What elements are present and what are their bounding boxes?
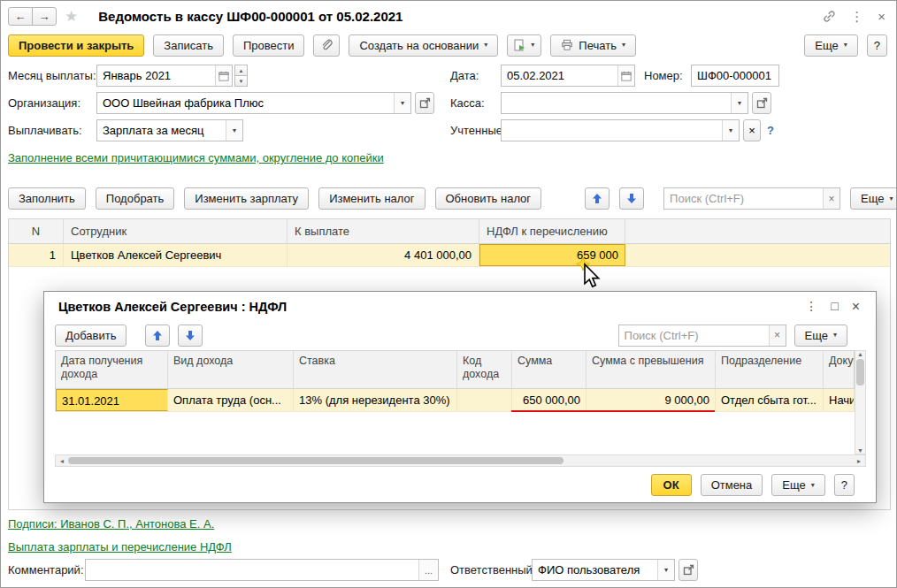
cashdesk-open-button[interactable]	[752, 92, 771, 114]
dialog-move-down-button[interactable]	[178, 325, 203, 347]
print-label: Печать	[579, 39, 617, 52]
change-tax-button[interactable]: Изменить налог	[318, 187, 425, 210]
document-cell[interactable]: Начис...	[824, 389, 854, 411]
dropdown-icon[interactable]: ▾	[722, 120, 739, 141]
rate-cell[interactable]: 13% (для нерезидента 30%)	[294, 389, 457, 411]
payment-ndfl-link[interactable]: Выплата зарплаты и перечисление НДФЛ	[8, 538, 232, 555]
dropdown-icon[interactable]: ▾	[394, 93, 410, 113]
print-button[interactable]: Печать ▾	[550, 34, 636, 57]
get-link-icon[interactable]	[823, 10, 836, 23]
organization-open-button[interactable]	[415, 92, 434, 114]
income-date-cell[interactable]: 31.01.2021	[56, 389, 168, 411]
ndfl-table-row[interactable]: 31.01.2021 Оплата труда (осн... 13% (для…	[55, 389, 855, 412]
comment-input[interactable]	[86, 560, 418, 580]
post-button[interactable]: Провести	[233, 34, 305, 57]
back-button[interactable]: ←	[8, 7, 33, 26]
dialog-search-input[interactable]	[619, 325, 769, 346]
cancel-button[interactable]: Отмена	[701, 474, 763, 496]
post-and-close-button[interactable]: Провести и закрыть	[8, 34, 144, 57]
col-header-income-date[interactable]: Дата получения дохода	[56, 351, 168, 388]
scroll-left-icon[interactable]: ◂	[56, 457, 68, 465]
employee-cell[interactable]: Цветков Алексей Сергеевич	[64, 244, 288, 266]
move-up-button[interactable]	[585, 187, 610, 210]
col-header-rate[interactable]: Ставка	[294, 351, 457, 388]
vertical-scrollbar[interactable]: ▲ ▼	[855, 350, 866, 454]
date-input[interactable]	[502, 65, 617, 86]
help-button[interactable]: ?	[867, 34, 887, 57]
dialog-more-button[interactable]: Еще ▾	[794, 325, 847, 347]
excess-sum-cell[interactable]: 9 000,00	[586, 389, 716, 411]
cashdesk-combo-input[interactable]	[502, 93, 731, 113]
col-header-employee[interactable]: Сотрудник	[64, 219, 288, 243]
col-header-n[interactable]: N	[9, 219, 64, 243]
payout-cell[interactable]: 4 401 000,00	[288, 244, 479, 266]
favorite-star-icon[interactable]: ★	[65, 7, 78, 26]
dropdown-icon[interactable]: ▾	[657, 560, 674, 580]
add-button[interactable]: Добавить	[55, 325, 126, 347]
pick-button[interactable]: Подобрать	[96, 187, 174, 210]
grid-search-input[interactable]	[664, 188, 823, 209]
col-header-income-type[interactable]: Вид дохода	[168, 351, 294, 388]
department-cell[interactable]: Отдел сбыта гот...	[716, 389, 824, 411]
ok-button[interactable]: ОК	[651, 474, 692, 496]
sum-cell[interactable]: 650 000,00	[512, 389, 586, 411]
attachments-button[interactable]	[313, 34, 340, 57]
more-button[interactable]: Еще ▾	[804, 34, 857, 57]
col-header-payout[interactable]: К выплате	[288, 219, 479, 243]
fill-button[interactable]: Заполнить	[8, 187, 86, 210]
scroll-up-icon[interactable]: ▲	[857, 351, 863, 357]
create-on-basis-button[interactable]: Создать на основании ▾	[349, 34, 498, 57]
organization-combo-input[interactable]	[97, 93, 394, 113]
responsible-open-button[interactable]	[678, 559, 698, 581]
dialog-close-icon[interactable]: ×	[852, 299, 860, 315]
window-menu-icon[interactable]: ⋮	[850, 10, 863, 23]
pay-combo-input[interactable]	[97, 120, 226, 141]
dialog-search-clear-button[interactable]: ×	[769, 325, 786, 346]
based-on-report-button[interactable]: ▾	[507, 34, 541, 57]
calendar-icon[interactable]	[215, 65, 232, 86]
fill-rounding-link[interactable]: Заполнение всеми причитающимися суммами,…	[8, 149, 450, 166]
horizontal-scrollbar[interactable]: ◂ ▸	[55, 454, 866, 467]
col-header-ndfl[interactable]: НДФЛ к перечислению	[479, 219, 625, 243]
close-window-icon[interactable]: ×	[878, 10, 886, 23]
col-header-sum[interactable]: Сумма	[512, 351, 586, 388]
write-button[interactable]: Записать	[153, 34, 224, 57]
table-row[interactable]: 1 Цветков Алексей Сергеевич 4 401 000,00…	[9, 244, 890, 267]
grid-search-clear-button[interactable]: ×	[823, 188, 840, 209]
calendar-icon[interactable]	[617, 65, 634, 86]
row-number-cell[interactable]: 1	[9, 244, 64, 266]
dialog-menu-icon[interactable]: ⋮	[805, 299, 817, 315]
accounted-help-link[interactable]: ?	[767, 119, 774, 141]
signatures-link[interactable]: Подписи: Иванов С. П., Антонова Е. А.	[8, 515, 214, 532]
horizontal-scrollbar-thumb[interactable]	[68, 457, 564, 464]
accounted-combo-input[interactable]	[502, 120, 722, 141]
dialog-help-button[interactable]: ?	[834, 474, 855, 496]
grid-more-button[interactable]: Еще ▾	[850, 187, 897, 210]
dialog-footer-more-button[interactable]: Еще ▾	[771, 474, 824, 496]
income-type-cell[interactable]: Оплата труда (осн...	[168, 389, 294, 411]
col-header-document[interactable]: Докум...	[824, 351, 854, 388]
month-input[interactable]	[97, 65, 215, 86]
col-header-income-code[interactable]: Код дохода	[457, 351, 512, 388]
responsible-combo-input[interactable]	[533, 560, 657, 580]
dropdown-icon[interactable]: ▾	[226, 120, 242, 141]
income-code-cell[interactable]	[457, 389, 512, 411]
dropdown-icon[interactable]: ▾	[731, 93, 748, 113]
month-step-down-button[interactable]: ▼	[234, 75, 248, 87]
move-down-button[interactable]	[619, 187, 644, 210]
vertical-scrollbar-thumb[interactable]	[856, 359, 864, 386]
forward-button[interactable]: →	[32, 7, 57, 26]
number-input[interactable]	[692, 65, 778, 86]
col-header-department[interactable]: Подразделение	[716, 351, 824, 388]
maximize-icon[interactable]: □	[831, 299, 838, 315]
change-salary-button[interactable]: Изменить зарплату	[184, 187, 309, 210]
refresh-tax-button[interactable]: Обновить налог	[435, 187, 542, 210]
scroll-right-icon[interactable]: ▸	[853, 457, 865, 465]
cashdesk-field: ▾	[501, 92, 748, 114]
comment-ellipsis-button[interactable]: ...	[418, 560, 438, 580]
dialog-titlebar: Цветков Алексей Сергеевич : НДФЛ ⋮ □ ×	[44, 292, 876, 322]
scroll-down-icon[interactable]: ▼	[857, 447, 863, 454]
accounted-clear-button[interactable]: ×	[743, 119, 761, 141]
col-header-excess-sum[interactable]: Сумма с превышения	[586, 351, 716, 388]
dialog-move-up-button[interactable]	[145, 325, 170, 347]
